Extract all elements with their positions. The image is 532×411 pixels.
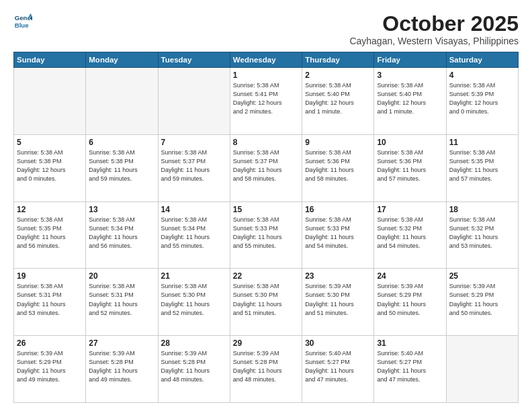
day-info: Sunrise: 5:38 AM Sunset: 5:38 PM Dayligh… [89, 148, 154, 183]
day-number: 3 [377, 71, 443, 80]
day-cell: 10Sunrise: 5:38 AM Sunset: 5:36 PM Dayli… [374, 134, 446, 201]
day-number: 4 [449, 71, 515, 80]
day-number: 30 [305, 338, 371, 348]
day-info: Sunrise: 5:38 AM Sunset: 5:37 PM Dayligh… [161, 148, 227, 183]
day-cell: 4Sunrise: 5:38 AM Sunset: 5:39 PM Daylig… [446, 68, 518, 135]
day-info: Sunrise: 5:38 AM Sunset: 5:34 PM Dayligh… [161, 216, 227, 250]
day-cell: 3Sunrise: 5:38 AM Sunset: 5:40 PM Daylig… [374, 68, 446, 135]
col-header-monday: Monday [86, 52, 158, 68]
day-info: Sunrise: 5:39 AM Sunset: 5:28 PM Dayligh… [89, 349, 154, 384]
day-cell: 8Sunrise: 5:38 AM Sunset: 5:37 PM Daylig… [230, 134, 302, 201]
col-header-sunday: Sunday [14, 52, 86, 68]
day-info: Sunrise: 5:38 AM Sunset: 5:41 PM Dayligh… [233, 81, 299, 116]
day-info: Sunrise: 5:39 AM Sunset: 5:29 PM Dayligh… [377, 282, 443, 317]
col-header-saturday: Saturday [446, 52, 518, 68]
day-number: 2 [305, 71, 371, 80]
day-cell: 23Sunrise: 5:39 AM Sunset: 5:30 PM Dayli… [302, 269, 374, 336]
day-cell [14, 68, 86, 135]
day-number: 19 [17, 271, 83, 281]
day-cell: 31Sunrise: 5:40 AM Sunset: 5:27 PM Dayli… [374, 336, 446, 403]
day-number: 20 [89, 271, 154, 281]
day-info: Sunrise: 5:38 AM Sunset: 5:32 PM Dayligh… [377, 216, 443, 250]
day-number: 23 [305, 271, 371, 281]
day-cell: 18Sunrise: 5:38 AM Sunset: 5:32 PM Dayli… [446, 201, 518, 269]
day-number: 11 [449, 138, 515, 147]
day-info: Sunrise: 5:38 AM Sunset: 5:39 PM Dayligh… [449, 81, 515, 116]
day-number: 8 [233, 138, 299, 147]
day-number: 12 [17, 205, 83, 214]
day-info: Sunrise: 5:38 AM Sunset: 5:38 PM Dayligh… [17, 148, 83, 183]
logo: General Blue [13, 12, 32, 31]
day-info: Sunrise: 5:38 AM Sunset: 5:31 PM Dayligh… [17, 282, 83, 317]
day-cell: 27Sunrise: 5:39 AM Sunset: 5:28 PM Dayli… [86, 336, 158, 403]
day-info: Sunrise: 5:39 AM Sunset: 5:28 PM Dayligh… [161, 349, 227, 384]
day-number: 13 [89, 205, 154, 214]
day-cell: 11Sunrise: 5:38 AM Sunset: 5:35 PM Dayli… [446, 134, 518, 201]
day-number: 17 [377, 205, 443, 214]
day-number: 14 [161, 205, 227, 214]
day-number: 29 [233, 338, 299, 348]
week-row-2: 5Sunrise: 5:38 AM Sunset: 5:38 PM Daylig… [14, 134, 519, 201]
page: General Blue October 2025 Cayhagan, West… [0, 0, 532, 411]
day-cell: 5Sunrise: 5:38 AM Sunset: 5:38 PM Daylig… [14, 134, 86, 201]
week-row-4: 19Sunrise: 5:38 AM Sunset: 5:31 PM Dayli… [14, 269, 519, 336]
day-cell: 24Sunrise: 5:39 AM Sunset: 5:29 PM Dayli… [374, 269, 446, 336]
day-number: 18 [449, 205, 515, 214]
day-info: Sunrise: 5:38 AM Sunset: 5:36 PM Dayligh… [305, 148, 371, 183]
day-number: 22 [233, 271, 299, 281]
day-cell: 19Sunrise: 5:38 AM Sunset: 5:31 PM Dayli… [14, 269, 86, 336]
day-info: Sunrise: 5:40 AM Sunset: 5:27 PM Dayligh… [305, 349, 371, 384]
day-cell: 20Sunrise: 5:38 AM Sunset: 5:31 PM Dayli… [86, 269, 158, 336]
day-info: Sunrise: 5:38 AM Sunset: 5:31 PM Dayligh… [89, 282, 154, 317]
day-info: Sunrise: 5:39 AM Sunset: 5:30 PM Dayligh… [305, 282, 371, 317]
day-cell: 7Sunrise: 5:38 AM Sunset: 5:37 PM Daylig… [158, 134, 230, 201]
week-row-3: 12Sunrise: 5:38 AM Sunset: 5:35 PM Dayli… [14, 201, 519, 269]
day-cell: 2Sunrise: 5:38 AM Sunset: 5:40 PM Daylig… [302, 68, 374, 135]
day-number: 7 [161, 138, 227, 147]
day-cell: 12Sunrise: 5:38 AM Sunset: 5:35 PM Dayli… [14, 201, 86, 269]
day-info: Sunrise: 5:38 AM Sunset: 5:40 PM Dayligh… [305, 81, 371, 116]
day-number: 10 [377, 138, 443, 147]
day-cell [446, 336, 518, 403]
day-cell: 15Sunrise: 5:38 AM Sunset: 5:33 PM Dayli… [230, 201, 302, 269]
day-cell: 30Sunrise: 5:40 AM Sunset: 5:27 PM Dayli… [302, 336, 374, 403]
day-number: 15 [233, 205, 299, 214]
day-number: 24 [377, 271, 443, 281]
day-number: 26 [17, 338, 83, 348]
location: Cayhagan, Western Visayas, Philippines [349, 36, 519, 46]
col-header-thursday: Thursday [302, 52, 374, 68]
week-row-5: 26Sunrise: 5:39 AM Sunset: 5:29 PM Dayli… [14, 336, 519, 403]
day-cell: 28Sunrise: 5:39 AM Sunset: 5:28 PM Dayli… [158, 336, 230, 403]
day-number: 31 [377, 338, 443, 348]
day-cell: 25Sunrise: 5:39 AM Sunset: 5:29 PM Dayli… [446, 269, 518, 336]
day-number: 25 [449, 271, 515, 281]
day-cell [86, 68, 158, 135]
day-info: Sunrise: 5:38 AM Sunset: 5:40 PM Dayligh… [377, 81, 443, 116]
day-info: Sunrise: 5:38 AM Sunset: 5:30 PM Dayligh… [233, 282, 299, 317]
day-info: Sunrise: 5:39 AM Sunset: 5:29 PM Dayligh… [449, 282, 515, 317]
day-info: Sunrise: 5:38 AM Sunset: 5:36 PM Dayligh… [377, 148, 443, 183]
col-header-tuesday: Tuesday [158, 52, 230, 68]
day-info: Sunrise: 5:40 AM Sunset: 5:27 PM Dayligh… [377, 349, 443, 384]
day-number: 28 [161, 338, 227, 348]
col-header-wednesday: Wednesday [230, 52, 302, 68]
week-row-1: 1Sunrise: 5:38 AM Sunset: 5:41 PM Daylig… [14, 68, 519, 135]
day-number: 9 [305, 138, 371, 147]
title-block: October 2025 Cayhagan, Western Visayas, … [349, 12, 519, 46]
day-info: Sunrise: 5:39 AM Sunset: 5:28 PM Dayligh… [233, 349, 299, 384]
day-cell: 9Sunrise: 5:38 AM Sunset: 5:36 PM Daylig… [302, 134, 374, 201]
day-cell: 14Sunrise: 5:38 AM Sunset: 5:34 PM Dayli… [158, 201, 230, 269]
day-info: Sunrise: 5:38 AM Sunset: 5:37 PM Dayligh… [233, 148, 299, 183]
day-cell: 13Sunrise: 5:38 AM Sunset: 5:34 PM Dayli… [86, 201, 158, 269]
day-info: Sunrise: 5:38 AM Sunset: 5:32 PM Dayligh… [449, 216, 515, 250]
day-cell: 21Sunrise: 5:38 AM Sunset: 5:30 PM Dayli… [158, 269, 230, 336]
logo-icon: General Blue [13, 12, 32, 31]
header: General Blue October 2025 Cayhagan, West… [13, 12, 519, 46]
day-info: Sunrise: 5:38 AM Sunset: 5:33 PM Dayligh… [305, 216, 371, 250]
day-info: Sunrise: 5:39 AM Sunset: 5:29 PM Dayligh… [17, 349, 83, 384]
day-info: Sunrise: 5:38 AM Sunset: 5:33 PM Dayligh… [233, 216, 299, 250]
day-cell: 17Sunrise: 5:38 AM Sunset: 5:32 PM Dayli… [374, 201, 446, 269]
day-cell: 29Sunrise: 5:39 AM Sunset: 5:28 PM Dayli… [230, 336, 302, 403]
day-info: Sunrise: 5:38 AM Sunset: 5:35 PM Dayligh… [17, 216, 83, 250]
day-cell: 6Sunrise: 5:38 AM Sunset: 5:38 PM Daylig… [86, 134, 158, 201]
